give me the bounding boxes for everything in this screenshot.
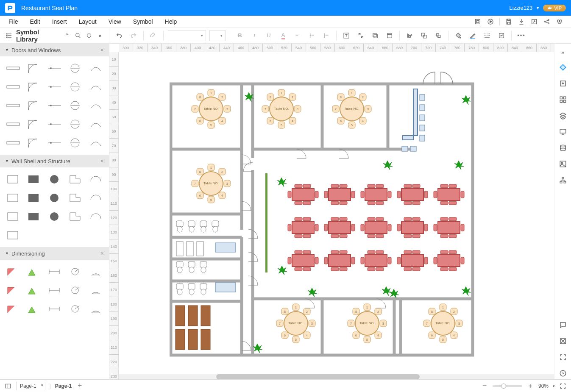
symbol-item[interactable] [45, 60, 64, 77]
symbol-item[interactable] [66, 208, 85, 225]
symbol-item[interactable] [66, 300, 85, 317]
text-tool-button[interactable] [341, 30, 352, 41]
menu-file[interactable]: File [3, 17, 23, 27]
container-button[interactable] [384, 30, 395, 41]
symbol-item[interactable] [3, 208, 22, 225]
menu-edit[interactable]: Edit [25, 17, 45, 27]
fit-screen-button[interactable] [559, 382, 567, 390]
category-dimensioning[interactable]: ▼Dimensioning× [0, 247, 109, 260]
page-selector[interactable]: Page-1▾ [16, 382, 45, 390]
quick-style-button[interactable] [496, 30, 507, 41]
symbol-item[interactable] [24, 208, 43, 225]
symbol-item[interactable] [86, 208, 106, 225]
underline-button[interactable]: U [263, 30, 274, 41]
symbol-item[interactable] [3, 263, 22, 280]
menu-help[interactable]: Help [160, 17, 182, 27]
symbol-item[interactable] [86, 97, 106, 114]
collapse-left-icon[interactable]: « [96, 32, 104, 39]
menu-symbol[interactable]: Symbol [128, 17, 158, 27]
symbol-item[interactable] [3, 134, 22, 151]
symbol-item[interactable] [24, 263, 43, 280]
grid-panel-icon[interactable] [557, 94, 569, 106]
symbol-item[interactable] [66, 60, 85, 77]
menu-view[interactable]: View [103, 17, 126, 27]
navigator-icon[interactable] [557, 335, 569, 347]
symbol-item[interactable] [86, 116, 106, 133]
floor-plan-drawing[interactable]: Table NO.12345678Table NO.12345678Table … [170, 70, 475, 367]
symbol-item[interactable] [66, 263, 85, 280]
collapse-right-icon[interactable]: » [554, 47, 571, 57]
symbol-item[interactable] [45, 282, 64, 299]
add-page-button[interactable]: + [76, 382, 84, 390]
symbol-item[interactable] [3, 300, 22, 317]
share-icon[interactable] [543, 18, 551, 25]
category-doors-windows[interactable]: ▼Doors and Windows× [0, 44, 109, 56]
symbol-item[interactable] [24, 189, 43, 206]
symbol-item[interactable] [24, 171, 43, 188]
symbol-item[interactable] [3, 116, 22, 133]
line-color-button[interactable] [467, 30, 478, 41]
symbol-item[interactable] [24, 116, 43, 133]
font-size-select[interactable]: ▾ [209, 30, 226, 41]
symbol-item[interactable] [86, 134, 106, 151]
symbol-item[interactable] [24, 97, 43, 114]
bullet-list-button[interactable] [306, 30, 318, 41]
arrange-button[interactable] [433, 30, 444, 41]
symbol-item[interactable] [45, 208, 64, 225]
focus-mode-icon[interactable] [474, 18, 482, 25]
close-icon[interactable]: × [100, 158, 104, 164]
export-panel-icon[interactable] [557, 78, 569, 89]
symbol-item[interactable] [86, 282, 106, 299]
symbol-item[interactable] [45, 300, 64, 317]
symbol-item[interactable] [3, 97, 22, 114]
page-tab[interactable]: Page-1 [51, 383, 76, 389]
symbol-item[interactable] [45, 171, 64, 188]
symbol-item[interactable] [66, 171, 85, 188]
chevron-up-icon[interactable]: ⌃ [63, 32, 71, 39]
symbol-item[interactable] [24, 300, 43, 317]
search-icon[interactable] [74, 32, 82, 39]
symbol-item[interactable] [66, 116, 85, 133]
redo-button[interactable] [128, 30, 139, 41]
symbol-item[interactable] [45, 78, 64, 95]
library-list-icon[interactable] [5, 32, 13, 39]
layers-icon[interactable] [557, 110, 569, 122]
symbol-item[interactable] [86, 60, 106, 77]
symbol-item[interactable] [86, 263, 106, 280]
comment-icon[interactable] [557, 319, 569, 331]
symbol-item[interactable] [66, 189, 85, 206]
vip-badge[interactable]: VIP [543, 5, 566, 11]
menu-insert[interactable]: Insert [47, 17, 72, 27]
symbol-item[interactable] [3, 189, 22, 206]
canvas[interactable]: Table NO.12345678Table NO.12345678Table … [119, 52, 554, 379]
more-button[interactable]: ••• [516, 30, 527, 41]
presentation-icon[interactable] [557, 126, 569, 138]
page-layout-icon[interactable] [4, 382, 12, 390]
image-panel-icon[interactable] [557, 158, 569, 170]
symbol-item[interactable] [3, 60, 22, 77]
undo-button[interactable] [114, 30, 125, 41]
symbol-item[interactable] [86, 78, 106, 95]
find-icon[interactable] [556, 18, 563, 25]
symbol-item[interactable] [86, 171, 106, 188]
text-align-button[interactable] [292, 30, 303, 41]
line-style-button[interactable] [482, 30, 493, 41]
symbol-item[interactable] [66, 282, 85, 299]
play-icon[interactable] [487, 18, 494, 25]
theme-icon[interactable] [557, 61, 569, 73]
zoom-slider[interactable] [493, 385, 522, 387]
fullscreen-icon[interactable] [557, 351, 569, 363]
export-icon[interactable] [530, 18, 538, 25]
symbol-item[interactable] [24, 78, 43, 95]
font-family-select[interactable]: ▾ [168, 30, 206, 41]
symbol-item[interactable] [66, 78, 85, 95]
fill-color-button[interactable] [453, 30, 464, 41]
symbol-item[interactable] [24, 282, 43, 299]
username[interactable]: Lizzie123 [509, 5, 532, 11]
symbol-item[interactable] [3, 227, 22, 244]
symbol-item[interactable] [45, 263, 64, 280]
connector-button[interactable] [355, 30, 366, 41]
category-wall-shell[interactable]: ▼Wall Shell and Structure× [0, 155, 109, 167]
close-icon[interactable]: × [100, 47, 104, 53]
align-button[interactable] [404, 30, 415, 41]
